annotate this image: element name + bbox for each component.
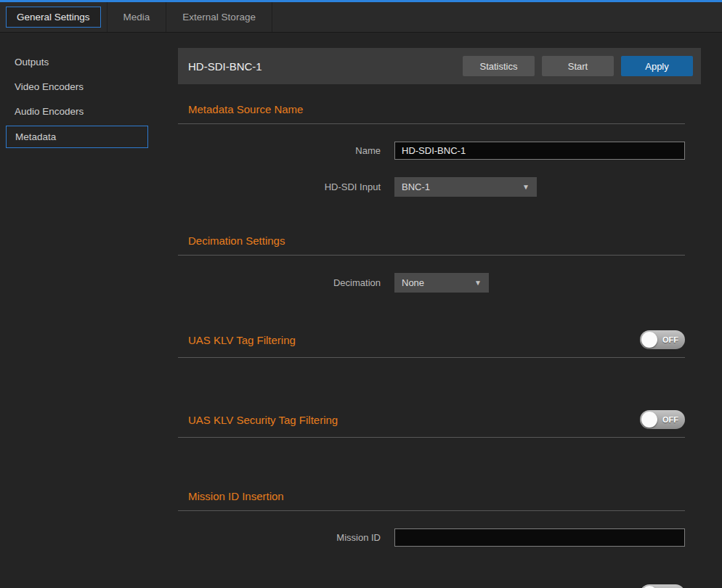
mission-id-label: Mission ID bbox=[178, 532, 381, 543]
main-content: HD-SDI-BNC-1 Statistics Start Apply Meta… bbox=[178, 33, 701, 588]
section-metadata-source: Metadata Source Name Name HD-SDI Input B… bbox=[178, 103, 685, 197]
decimation-row: Decimation None ▼ bbox=[178, 273, 685, 293]
section-title: UAS KLV Security Tag Filtering bbox=[188, 414, 338, 426]
sidebar: Outputs Video Encoders Audio Encoders Me… bbox=[0, 33, 178, 588]
section-uas-klv-filtering: UAS KLV Tag Filtering OFF bbox=[178, 330, 685, 358]
page-title: HD-SDI-BNC-1 bbox=[188, 60, 455, 73]
section-header: Security Data Set Insertion OFF bbox=[178, 584, 685, 588]
section-uas-klv-security-filtering: UAS KLV Security Tag Filtering OFF bbox=[178, 410, 685, 438]
panel-header: HD-SDI-BNC-1 Statistics Start Apply bbox=[178, 48, 701, 84]
section-header: Mission ID Insertion bbox=[178, 490, 685, 511]
section-title: Mission ID Insertion bbox=[188, 490, 284, 502]
apply-button[interactable]: Apply bbox=[621, 56, 693, 76]
tab-media[interactable]: Media bbox=[108, 2, 166, 32]
name-row: Name bbox=[178, 142, 685, 160]
uas-klv-filtering-toggle[interactable]: OFF bbox=[640, 330, 685, 349]
dropdown-value: BNC-1 bbox=[402, 181, 430, 192]
start-button[interactable]: Start bbox=[542, 56, 614, 76]
statistics-button[interactable]: Statistics bbox=[463, 56, 535, 76]
chevron-down-icon: ▼ bbox=[474, 279, 482, 287]
tab-external-storage[interactable]: External Storage bbox=[166, 2, 272, 32]
toggle-knob bbox=[641, 332, 657, 348]
toggle-state-label: OFF bbox=[662, 584, 678, 588]
toggle-knob bbox=[641, 412, 657, 428]
sidebar-item-video-encoders[interactable]: Video Encoders bbox=[0, 75, 178, 99]
section-header: UAS KLV Security Tag Filtering OFF bbox=[178, 410, 685, 438]
sidebar-item-outputs[interactable]: Outputs bbox=[0, 50, 178, 75]
security-data-set-toggle[interactable]: OFF bbox=[640, 584, 685, 588]
sidebar-item-audio-encoders[interactable]: Audio Encoders bbox=[0, 99, 178, 124]
section-header: UAS KLV Tag Filtering OFF bbox=[178, 330, 685, 358]
toggle-state-label: OFF bbox=[662, 330, 678, 349]
section-mission-id: Mission ID Insertion Mission ID bbox=[178, 490, 685, 547]
dropdown-value: None bbox=[402, 277, 424, 288]
hdsdi-input-dropdown[interactable]: BNC-1 ▼ bbox=[394, 177, 537, 197]
decimation-dropdown[interactable]: None ▼ bbox=[394, 273, 489, 293]
decimation-label: Decimation bbox=[178, 277, 381, 288]
uas-klv-security-filtering-toggle[interactable]: OFF bbox=[640, 410, 685, 429]
section-header: Metadata Source Name bbox=[178, 103, 685, 124]
section-title: UAS KLV Tag Filtering bbox=[188, 334, 296, 346]
page-body: Outputs Video Encoders Audio Encoders Me… bbox=[0, 33, 722, 588]
mission-id-input[interactable] bbox=[394, 528, 685, 547]
chevron-down-icon: ▼ bbox=[522, 183, 530, 191]
tab-separator bbox=[272, 2, 272, 32]
mission-id-row: Mission ID bbox=[178, 528, 685, 547]
section-decimation: Decimation Settings Decimation None ▼ bbox=[178, 234, 685, 293]
hdsdi-input-label: HD-SDI Input bbox=[178, 181, 381, 192]
tab-general-settings[interactable]: General Settings bbox=[6, 7, 101, 28]
toggle-state-label: OFF bbox=[662, 410, 678, 429]
name-input[interactable] bbox=[394, 142, 685, 160]
sidebar-item-metadata[interactable]: Metadata bbox=[6, 126, 148, 148]
section-security-data-set: Security Data Set Insertion OFF bbox=[178, 584, 685, 588]
top-tab-bar: General Settings Media External Storage bbox=[0, 0, 722, 33]
name-label: Name bbox=[178, 145, 381, 156]
section-title: Metadata Source Name bbox=[188, 103, 303, 115]
section-header: Decimation Settings bbox=[178, 234, 685, 256]
section-title: Decimation Settings bbox=[188, 234, 285, 247]
hdsdi-input-row: HD-SDI Input BNC-1 ▼ bbox=[178, 177, 685, 197]
